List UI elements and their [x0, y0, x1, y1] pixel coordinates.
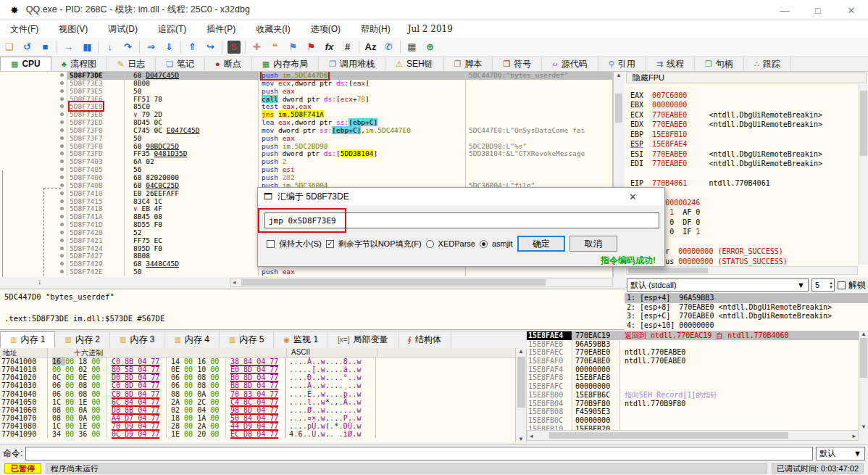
tab-breakpoints[interactable]: ●断点 [205, 57, 252, 71]
fill-nop-checkbox[interactable]: ✓ [326, 240, 334, 248]
register-horizontal-scrollbar[interactable] [626, 266, 858, 275]
tab-cpu[interactable]: ▦CPU [0, 57, 51, 71]
stack-horizontal-scrollbar[interactable]: ◂▸ [527, 430, 859, 441]
stop-icon[interactable]: ■ [36, 39, 54, 55]
dump-row[interactable]: 7704107008 00 0A 00A4 D7 04 7718 00 1A 0… [0, 414, 515, 422]
dump-row[interactable]: 7704109034 00 36 000C D9 04 771E 00 20 0… [0, 430, 515, 438]
tab-memory-map[interactable]: ▦内存布局 [252, 57, 319, 71]
dump-tab-内存2[interactable]: ▥内存 2 [55, 331, 109, 348]
stack-view[interactable]: 15E8FAE4770EAC19返回到 ntdll.770EAC19 自 ntd… [527, 331, 859, 430]
tab-handles[interactable]: ❒句柄 [695, 57, 744, 71]
tab-notes[interactable]: ❏笔记 [156, 57, 205, 71]
dump-row[interactable]: 770410200C 00 0E 00D0 8D 04 7706 00 08 0… [0, 373, 515, 381]
stack-row[interactable]: 15E8FAEC770EABE0ntdll.770EABE0 [527, 348, 859, 357]
dump-row[interactable]: 7704103006 00 08 00C0 8D 04 7706 00 08 0… [0, 381, 515, 389]
register-vertical-scrollbar[interactable] [859, 85, 868, 265]
menu-item-0[interactable]: 文件(F) [0, 23, 49, 36]
pause-icon[interactable]: ▮▮ [78, 39, 96, 55]
ok-button[interactable]: 确定 [517, 236, 565, 252]
stack-row[interactable]: 15E8FAF815E8FAE8 [527, 373, 859, 382]
execute-till-return-icon[interactable]: ⇑ [183, 39, 201, 55]
menu-item-5[interactable]: 收藏夹(I) [246, 23, 300, 36]
dump-tab-监视1[interactable]: ◉监视 1 [274, 331, 328, 348]
comment-icon[interactable]: ❝ [266, 39, 284, 55]
stack-row[interactable]: 15E8FB0C00000000 [527, 416, 859, 425]
menu-item-7[interactable]: 帮助(H) [351, 23, 401, 36]
dump-tab-局部变量[interactable]: [x=]局部变量 [328, 331, 398, 348]
stack-row[interactable]: 15E8FAE4770EAC19返回到 ntdll.770EAC19 自 ntd… [527, 331, 859, 340]
cancel-button[interactable]: 取消 [569, 236, 617, 252]
dump-row[interactable]: 770410501C 00 1E 006C 84 04 772A 00 2C 0… [0, 398, 515, 406]
tab-references[interactable]: ⚲引用 [598, 57, 646, 71]
stack-row[interactable]: 15E8FB08F45905E3 [527, 408, 859, 416]
menu-item-4[interactable]: 插件(P) [196, 23, 246, 36]
register-row[interactable]: EAX 007C6000 [630, 91, 822, 100]
minimize-button[interactable]: — [768, 0, 801, 20]
dump-row[interactable]: 7704100016 00 18 00C0 8B 04 7714 00 16 0… [0, 358, 515, 365]
stack-row[interactable]: 15E8FAFC00000000 [527, 382, 859, 391]
xedparse-radio[interactable] [426, 240, 434, 248]
argument-row-2[interactable]: 2: [esp+8] 770EABE0 <ntdll.DbgUiRemoteBr… [625, 303, 868, 313]
asmjit-radio[interactable] [480, 240, 488, 248]
dialog-close-icon[interactable]: ✕ [629, 191, 637, 202]
argument-row-4[interactable]: 4: [esp+10] 00000000 [625, 321, 868, 331]
run-to-icon[interactable]: ⇒ [142, 39, 160, 55]
dump-vertical-scrollbar[interactable]: ▲▼ [515, 348, 527, 442]
argument-row-3[interactable]: 3: [esp+C] 770EABE0 <ntdll.DbgUiRemoteBr… [625, 312, 868, 321]
stack-row[interactable]: 15E8FAF400000000 [527, 365, 859, 374]
dump-row[interactable]: 7704106008 00 0A 00D8 8B 04 7702 00 04 0… [0, 406, 515, 414]
run-icon[interactable]: → [59, 39, 78, 55]
run-to-user-code-icon[interactable]: ↪ [201, 39, 220, 55]
tab-trace[interactable]: ∴跟踪 [744, 57, 791, 71]
globe-icon[interactable]: ⊕ [421, 39, 439, 55]
tab-graph[interactable]: ♣流程图 [51, 57, 107, 71]
open-file-icon[interactable]: ❏ [0, 39, 18, 55]
arguments-view[interactable]: 1: [esp+4] 96A59BB32: [esp+8] 770EABE0 <… [625, 293, 868, 331]
argument-row-1[interactable]: 1: [esp+4] 96A59BB3 [625, 294, 868, 303]
register-row[interactable]: ECX 770EABE0 <ntdll.DbgUiRemoteBreakin> [630, 110, 822, 120]
tab-call-stack[interactable]: ❐调用堆栈 [319, 57, 385, 71]
stack-row[interactable]: 15E8FB04770B9F80ntdll.770B9F80 [527, 400, 859, 408]
unlock-checkbox[interactable] [838, 281, 846, 289]
tab-source[interactable]: ‹›源代码 [542, 57, 598, 71]
register-row[interactable] [630, 169, 822, 178]
register-row[interactable]: ESP 15E8FAE4 [630, 139, 822, 149]
dump-tab-内存4[interactable]: ▥内存 4 [164, 331, 219, 348]
bookmark-icon[interactable]: ⚑ [302, 39, 320, 55]
patch-icon[interactable]: ✚ [248, 39, 266, 55]
scylla-icon[interactable]: S [225, 39, 243, 55]
disasm-horizontal-scrollbar[interactable]: ◂ [230, 278, 613, 287]
hide-fpu-button[interactable]: 隐藏FPU [626, 73, 867, 83]
label-icon[interactable]: ⚑ [284, 39, 302, 55]
dump-row[interactable]: 7704101000 00 02 0080 5B 04 770E 00 10 0… [0, 365, 515, 373]
memory-dump[interactable]: 地址 十六进制 ASCII 7704100016 00 18 00C0 8B 0… [0, 348, 515, 442]
font-icon[interactable]: Az [362, 39, 380, 55]
calculator-icon[interactable]: ▦ [403, 39, 421, 55]
stack-row[interactable]: 15E8FAF0770EABE0ntdll.770EABE0 [527, 357, 859, 365]
argument-count-stepper[interactable]: 5 ▲▼ [811, 278, 835, 292]
tab-symbols[interactable]: ❒符号 [493, 57, 542, 71]
calling-convention-select[interactable]: 默认 (stdcall) ▼ [627, 278, 809, 292]
dump-tab-内存1[interactable]: ▥内存 1 [0, 331, 55, 348]
register-row[interactable]: ESI 770EABE0 <ntdll.DbgUiRemoteBreakin> [630, 149, 822, 159]
stack-vertical-scrollbar[interactable]: ▲▼ [859, 331, 868, 430]
function-icon[interactable]: fx [320, 39, 338, 55]
stack-row[interactable]: 15E8FAE896A59BB3 [527, 340, 859, 349]
maximize-button[interactable]: □ [801, 0, 835, 20]
close-button[interactable]: ✕ [835, 0, 868, 20]
modem-icon[interactable]: ✆ [380, 39, 398, 55]
dump-row[interactable]: 770410801C 00 1E 0070 D9 04 7728 00 2A 0… [0, 422, 515, 430]
spinner-arrows-icon[interactable]: ▲▼ [829, 281, 834, 289]
step-over-icon[interactable]: ↷ [119, 39, 137, 55]
restart-icon[interactable]: ↺ [18, 39, 36, 55]
menu-item-3[interactable]: 追踪(T) [148, 23, 196, 36]
tab-seh[interactable]: ⚠SEH链 [385, 57, 444, 71]
disasm-row[interactable]: 5D8F742E50push eax [0, 268, 612, 276]
stack-row[interactable]: 15E8FB0015E8FB6C指向SEH_Record[1]的指针 [527, 391, 859, 400]
command-input[interactable] [25, 447, 813, 460]
tab-threads[interactable]: ⇉线程 [646, 57, 695, 71]
step-into-icon[interactable]: ↓ [101, 39, 119, 55]
stack-row[interactable]: 15E8FB1015E8FB20 [527, 425, 859, 430]
menu-item-6[interactable]: 选项(O) [301, 23, 351, 36]
step-out-icon[interactable]: ⇓ [160, 39, 178, 55]
